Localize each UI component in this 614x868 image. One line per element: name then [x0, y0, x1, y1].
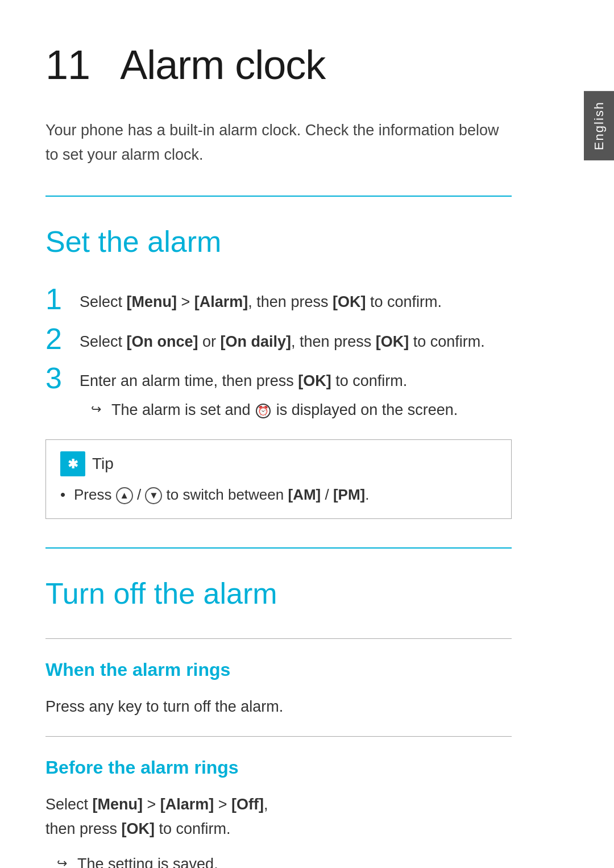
intro-text: Your phone has a built-in alarm clock. C… [45, 118, 512, 167]
step-3-arrow: ↪ The alarm is set and ⏰ is displayed on… [91, 398, 512, 422]
chapter-name: Alarm clock [120, 42, 325, 88]
before-alarm-arrow-text: The setting is saved. [77, 853, 218, 868]
language-tab: English [584, 91, 614, 160]
turn-off-title: Turn off the alarm [45, 571, 512, 616]
step-3-number: 3 [45, 363, 80, 393]
step-3-content: Enter an alarm time, then press [OK] to … [80, 366, 512, 422]
step-2: 2 Select [On once] or [On daily], then p… [45, 326, 512, 354]
step-2-content: Select [On once] or [On daily], then pre… [80, 326, 512, 354]
when-alarm-rings-section: When the alarm rings Press any key to tu… [45, 656, 512, 719]
sub-divider-1 [45, 638, 512, 639]
step-1-number: 1 [45, 284, 80, 314]
chapter-title: 11 Alarm clock [45, 34, 512, 95]
section-divider-mid [45, 547, 512, 549]
set-alarm-title: Set the alarm [45, 219, 512, 264]
when-alarm-title: When the alarm rings [45, 656, 512, 683]
down-arrow-icon: ▼ [145, 487, 162, 504]
when-alarm-text: Press any key to turn off the alarm. [45, 695, 512, 719]
step-3-arrow-text: The alarm is set and ⏰ is displayed on t… [111, 398, 458, 422]
step-1-content: Select [Menu] > [Alarm], then press [OK]… [80, 286, 512, 314]
language-label: English [592, 101, 606, 150]
tip-icon: ✱ [60, 451, 85, 476]
sub-divider-2 [45, 736, 512, 737]
arrow-icon-2: ↪ [57, 854, 77, 868]
arrow-icon: ↪ [91, 399, 111, 419]
tip-content: • Press ▲ / ▼ to switch between [AM] / [… [60, 483, 497, 507]
tip-star-icon: ✱ [68, 455, 78, 474]
turn-off-section: Turn off the alarm When the alarm rings … [45, 571, 512, 868]
tip-header: ✱ Tip [60, 451, 497, 476]
before-alarm-rings-section: Before the alarm rings Select [Menu] > [… [45, 754, 512, 868]
tip-bullet-text: Press ▲ / ▼ to switch between [AM] / [PM… [74, 483, 369, 507]
step-3: 3 Enter an alarm time, then press [OK] t… [45, 366, 512, 422]
section-divider-top [45, 196, 512, 197]
before-alarm-title: Before the alarm rings [45, 754, 512, 781]
set-alarm-steps: 1 Select [Menu] > [Alarm], then press [O… [45, 286, 512, 422]
step-2-number: 2 [45, 324, 80, 354]
before-alarm-text: Select [Menu] > [Alarm] > [Off], then pr… [45, 792, 512, 841]
chapter-number: 11 [45, 42, 90, 88]
tip-box: ✱ Tip • Press ▲ / ▼ to switch between [A… [45, 439, 512, 519]
before-alarm-arrow: ↪ The setting is saved. [57, 853, 512, 868]
up-arrow-icon: ▲ [116, 487, 133, 504]
tip-bullet-item: • Press ▲ / ▼ to switch between [AM] / [… [60, 483, 497, 507]
step-1: 1 Select [Menu] > [Alarm], then press [O… [45, 286, 512, 314]
tip-label: Tip [92, 452, 114, 476]
alarm-clock-icon: ⏰ [256, 404, 271, 418]
tip-bullet-dot: • [60, 483, 74, 507]
